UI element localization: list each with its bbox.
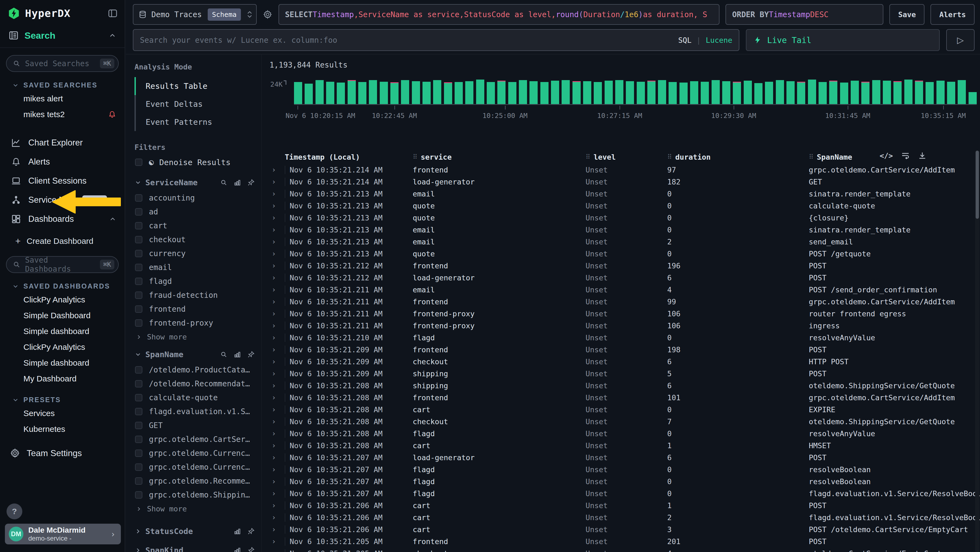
table-row[interactable]: › Nov 6 10:35:21.206 AM cart Unset 2 fla… <box>269 511 980 523</box>
table-row[interactable]: › Nov 6 10:35:21.213 AM quote Unset 0 PO… <box>269 248 980 260</box>
row-expand-chevron[interactable]: › <box>269 346 285 354</box>
saved-dashboard-item[interactable]: ClickPy Analytics <box>0 339 125 355</box>
order-by-editor[interactable]: ORDER BY Timestamp DESC <box>725 4 883 25</box>
filter-checkbox-item[interactable]: grpc.oteldemo.Recommend… <box>134 474 255 488</box>
table-row[interactable]: › Nov 6 10:35:21.208 AM cart Unset 0 EXP… <box>269 404 980 415</box>
sidebar-item-team-settings[interactable]: Team Settings <box>0 437 125 463</box>
row-expand-chevron[interactable]: › <box>269 310 285 318</box>
preset-item[interactable]: Kubernetes <box>0 421 125 437</box>
pin-icon[interactable] <box>247 179 255 187</box>
bar-chart-icon[interactable] <box>234 528 241 535</box>
filter-group-statuscode[interactable]: StatusCode <box>134 526 255 536</box>
row-expand-chevron[interactable]: › <box>269 369 285 378</box>
histogram-bar[interactable] <box>626 81 634 104</box>
filter-checkbox-item[interactable]: grpc.oteldemo.CartServi… <box>134 432 255 446</box>
servicename-show-more[interactable]: Show more <box>134 330 255 343</box>
histogram-bar[interactable] <box>819 82 827 104</box>
histogram-bar[interactable] <box>615 80 624 104</box>
col-duration[interactable]: ⠿duration <box>667 153 809 161</box>
filter-group-spanname[interactable]: SpanName <box>134 350 255 359</box>
pin-icon[interactable] <box>247 528 255 535</box>
row-expand-chevron[interactable]: › <box>269 489 285 498</box>
histogram-bar[interactable] <box>412 81 420 104</box>
histogram-bar[interactable] <box>326 82 334 104</box>
table-row[interactable]: › Nov 6 10:35:21.211 AM email Unset 4 PO… <box>269 284 980 296</box>
filter-checkbox-item[interactable]: GET <box>134 418 255 432</box>
histogram-bar[interactable] <box>744 81 752 104</box>
row-expand-chevron[interactable]: › <box>269 166 285 174</box>
filter-checkbox[interactable] <box>135 450 142 457</box>
filter-checkbox[interactable] <box>135 305 142 313</box>
filter-checkbox[interactable] <box>135 319 142 327</box>
histogram-bar[interactable] <box>915 81 923 104</box>
histogram-bar[interactable] <box>594 82 602 104</box>
play-button[interactable]: ▷ <box>946 29 975 51</box>
row-expand-chevron[interactable]: › <box>269 214 285 222</box>
denoise-checkbox[interactable] <box>135 159 142 166</box>
search-icon[interactable] <box>220 351 228 358</box>
histogram-bar[interactable] <box>573 81 581 104</box>
table-row[interactable]: › Nov 6 10:35:21.211 AM frontend-proxy U… <box>269 308 980 320</box>
filter-checkbox[interactable] <box>135 491 142 499</box>
table-row[interactable]: › Nov 6 10:35:21.205 AM frontend Unset 2… <box>269 535 980 547</box>
filter-checkbox[interactable] <box>135 463 142 471</box>
drag-handle-icon[interactable]: ⠿ <box>809 153 814 161</box>
saved-search-item[interactable]: mikes alert <box>0 91 125 107</box>
filter-checkbox[interactable] <box>135 208 142 215</box>
filter-group-spankind[interactable]: SpanKind <box>134 546 255 552</box>
col-service[interactable]: ⠿service <box>413 153 585 161</box>
histogram-bar[interactable] <box>358 82 366 104</box>
bar-chart-icon[interactable] <box>234 351 241 358</box>
col-level[interactable]: ⠿level <box>585 153 667 161</box>
table-row[interactable]: › Nov 6 10:35:21.214 AM frontend Unset 9… <box>269 164 980 176</box>
sidebar-collapse-icon[interactable] <box>107 8 118 19</box>
filter-checkbox-item[interactable]: frontend <box>134 302 255 316</box>
histogram-bar[interactable] <box>519 80 527 104</box>
histogram-bar[interactable] <box>337 83 345 104</box>
live-tail-button[interactable]: Live Tail <box>746 29 940 51</box>
histogram-bar[interactable] <box>701 82 709 104</box>
histogram-bar[interactable] <box>937 81 945 104</box>
row-expand-chevron[interactable]: › <box>269 178 285 186</box>
drag-handle-icon[interactable]: ⠿ <box>413 153 418 161</box>
filter-checkbox[interactable] <box>135 236 142 243</box>
histogram-bar[interactable] <box>401 80 409 104</box>
histogram-bar[interactable] <box>883 81 891 104</box>
table-row[interactable]: › Nov 6 10:35:21.208 AM shipping Unset 6… <box>269 380 980 391</box>
mode-event-patterns[interactable]: Event Patterns <box>134 113 255 131</box>
histogram-bar[interactable] <box>305 84 313 104</box>
row-expand-chevron[interactable]: › <box>269 429 285 437</box>
save-button[interactable]: Save <box>889 4 924 25</box>
histogram-bar[interactable] <box>540 82 549 104</box>
histogram-bar[interactable] <box>711 80 720 104</box>
histogram-bar[interactable] <box>423 82 431 104</box>
histogram-bar[interactable] <box>786 81 795 104</box>
histogram-bar[interactable] <box>797 82 805 104</box>
saved-dashboard-item[interactable]: Simple dashboard <box>0 324 125 339</box>
filter-checkbox-item[interactable]: flagd <box>134 274 255 288</box>
row-expand-chevron[interactable]: › <box>269 393 285 402</box>
table-row[interactable]: › Nov 6 10:35:21.213 AM quote Unset 0 ca… <box>269 200 980 212</box>
wrap-lines-icon[interactable] <box>901 151 910 160</box>
denoise-results-toggle[interactable]: ◐ Denoise Results <box>135 158 255 167</box>
row-expand-chevron[interactable]: › <box>269 202 285 210</box>
table-row[interactable]: › Nov 6 10:35:21.205 AM checkout Unset 4… <box>269 547 980 552</box>
bar-chart-icon[interactable] <box>234 547 241 552</box>
histogram-bar[interactable] <box>904 80 913 104</box>
histogram-bar[interactable] <box>465 81 473 104</box>
query-mode-lucene[interactable]: Lucene <box>706 36 732 45</box>
histogram-bar[interactable] <box>969 92 977 104</box>
filter-checkbox-item[interactable]: fraud-detection <box>134 288 255 302</box>
table-row[interactable]: › Nov 6 10:35:21.207 AM flagd Unset 0 fl… <box>269 487 980 499</box>
filter-checkbox[interactable] <box>135 436 142 443</box>
table-row[interactable]: › Nov 6 10:35:21.206 AM cart Unset 1 POS… <box>269 499 980 511</box>
saved-searches-input[interactable]: Saved Searches ⌘K <box>6 55 119 72</box>
scrollbar-thumb[interactable] <box>976 151 979 219</box>
histogram-bar[interactable] <box>294 82 302 104</box>
mode-event-deltas[interactable]: Event Deltas <box>134 95 255 113</box>
sidebar-item-service-map[interactable]: Service Map BETA <box>0 190 125 209</box>
filter-checkbox-item[interactable]: grpc.oteldemo.CurrencyS… <box>134 446 255 460</box>
sidebar-item-search[interactable]: Search <box>0 22 125 48</box>
histogram-bar[interactable] <box>851 81 859 104</box>
sidebar-item-dashboards[interactable]: Dashboards <box>0 209 125 228</box>
